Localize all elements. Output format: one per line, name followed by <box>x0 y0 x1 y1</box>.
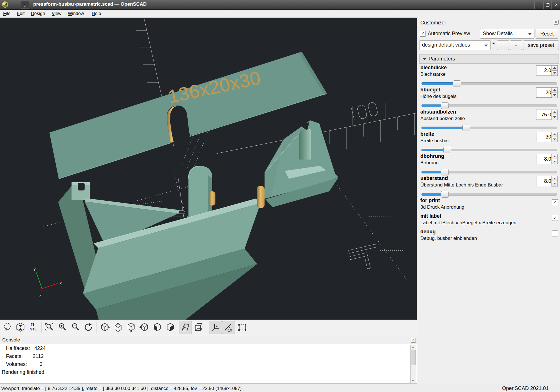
console-panel[interactable]: Halffacets: 4224 Facets: 2112 Volumes: 3… <box>0 344 417 384</box>
preview-button[interactable]: » <box>1 321 14 334</box>
zoom-out-button[interactable] <box>69 321 82 334</box>
blechdicke-input[interactable]: 2.0 <box>536 65 553 76</box>
dbohrung-input[interactable]: 8.0 <box>536 154 553 164</box>
menu-bar: File Edit Design View Window Help <box>0 10 560 18</box>
close-button[interactable]: ✕ <box>552 1 560 9</box>
parameters-group-header[interactable]: Parameters <box>419 54 559 64</box>
reset-view-button[interactable] <box>82 321 95 334</box>
dbohrung-slider[interactable] <box>421 169 557 175</box>
view-all-button[interactable] <box>236 321 249 334</box>
show-crosshairs-button[interactable] <box>209 321 222 334</box>
axis-label-z: z <box>39 293 41 298</box>
collapse-triangle-icon <box>423 58 426 60</box>
ueberstand-input[interactable]: 8.0 <box>536 176 553 186</box>
view-front-button[interactable] <box>151 321 163 334</box>
window-title: pressform-busbar-parametric.scad — OpenS… <box>33 1 147 7</box>
for-print-checkbox[interactable]: ✓ <box>552 199 558 205</box>
slider-thumb[interactable] <box>453 80 461 87</box>
spin-down-icon[interactable] <box>551 181 558 186</box>
view-right-button[interactable] <box>99 321 111 334</box>
console-scrollbar[interactable]: ▲ ▼ <box>410 345 416 383</box>
spin-up-icon[interactable] <box>551 154 558 159</box>
hbuegel-slider[interactable] <box>421 103 557 108</box>
mit-label-checkbox[interactable]: ✓ <box>552 215 558 221</box>
customizer-title: Customizer <box>420 20 446 26</box>
spin-down-icon[interactable] <box>551 93 558 98</box>
param-row-abstandbolzen: abstandbolzen Abstand bolzen zelle 75.0 <box>419 109 559 131</box>
automatic-preview-checkbox[interactable]: ✓ <box>420 31 426 37</box>
blechdicke-slider[interactable] <box>421 81 557 86</box>
zoom-all-button[interactable] <box>43 321 56 334</box>
spin-down-icon[interactable] <box>551 159 558 164</box>
menu-view[interactable]: View <box>50 11 63 17</box>
customizer-close-icon[interactable]: ✕ <box>554 20 559 25</box>
hbuegel-input[interactable]: 20 <box>536 87 553 98</box>
breite-input[interactable]: 30 <box>536 132 553 142</box>
show-scale-markers-button[interactable]: »10 <box>222 321 235 334</box>
menu-design[interactable]: Design <box>29 11 47 17</box>
window-menu-button[interactable] <box>21 1 29 9</box>
slider-thumb[interactable] <box>443 147 451 153</box>
spin-down-icon[interactable] <box>551 115 558 120</box>
ueberstand-slider[interactable] <box>421 191 557 197</box>
console-header: Console ✕ <box>0 337 417 343</box>
add-preset-button[interactable]: + <box>497 40 509 50</box>
3d-viewport[interactable]: 136x20x30 <box>0 18 417 320</box>
details-combobox[interactable]: Show Details <box>480 29 534 39</box>
slider-thumb[interactable] <box>441 102 449 109</box>
spin-up-icon[interactable] <box>551 110 558 115</box>
reset-button[interactable]: Reset <box>536 29 558 39</box>
svg-text:»: » <box>5 326 8 332</box>
customizer-panel: Customizer ✕ ✓ Automatic Preview Show De… <box>418 18 560 385</box>
title-bar[interactable]: pressform-busbar-parametric.scad — OpenS… <box>0 0 560 10</box>
slider-thumb[interactable] <box>462 125 470 131</box>
view-bottom-button[interactable] <box>125 321 137 334</box>
menu-edit[interactable]: Edit <box>15 11 27 17</box>
export-stl-button[interactable]: STL <box>27 321 40 334</box>
param-row-for-print: for print 3d Druck Anordnung ✓ <box>419 198 559 212</box>
save-preset-button[interactable]: save preset <box>523 40 559 50</box>
console-line: Facets: 2112 <box>0 352 417 360</box>
maximize-button[interactable] <box>543 1 552 9</box>
scroll-down-icon[interactable]: ▼ <box>411 378 415 383</box>
abstandbolzen-slider[interactable] <box>421 125 557 131</box>
abstandbolzen-input[interactable]: 75.0 <box>536 110 553 120</box>
spin-up-icon[interactable] <box>551 65 558 71</box>
preset-combobox[interactable]: design default values <box>419 40 491 50</box>
spin-up-icon[interactable] <box>551 87 558 93</box>
minimize-button[interactable]: – <box>534 1 543 9</box>
menu-help[interactable]: Help <box>90 11 103 17</box>
spin-up-icon[interactable] <box>551 132 558 137</box>
breite-slider[interactable] <box>421 147 557 153</box>
menu-file[interactable]: File <box>1 11 12 17</box>
view-top-button[interactable] <box>112 321 124 334</box>
debug-checkbox[interactable] <box>552 230 558 236</box>
panel-splitter[interactable]: ∙∙∙∙ <box>417 196 418 207</box>
spin-up-icon[interactable] <box>551 176 558 181</box>
spin-down-icon[interactable] <box>551 70 558 76</box>
console-title: Console <box>2 337 20 343</box>
zoom-in-button[interactable] <box>56 321 69 334</box>
param-row-debug: debug Debug, busbar einblenden <box>419 229 559 244</box>
status-bar: Viewport: translate = [ 8.76 3.22 14.35 … <box>0 385 560 392</box>
slider-thumb[interactable] <box>441 169 449 175</box>
param-row-hbuegel: hbuegel Höhe des bügels 20 <box>419 87 559 109</box>
preset-modified-marker: * <box>492 41 495 48</box>
param-row-breite: breite Breite busbar 30 <box>419 131 559 153</box>
console-close-icon[interactable]: ✕ <box>411 338 416 343</box>
spin-down-icon[interactable] <box>551 137 558 142</box>
param-row-dbohrung: dbohrung Bohrung 8.0 <box>419 153 559 175</box>
view-back-button[interactable] <box>164 321 177 334</box>
resize-grip[interactable]: ·∙∙∙∙∙∙ <box>555 387 559 391</box>
view-left-button[interactable] <box>138 321 150 334</box>
openscad-logo-icon <box>1 1 9 9</box>
slider-thumb[interactable] <box>441 191 449 198</box>
orthogonal-button[interactable] <box>192 321 205 334</box>
scroll-up-icon[interactable]: ▲ <box>411 345 415 349</box>
menu-window[interactable]: Window <box>66 11 86 17</box>
perspective-button[interactable] <box>179 321 192 334</box>
restore-icon <box>546 4 549 7</box>
render-button[interactable] <box>14 321 27 334</box>
remove-preset-button[interactable]: - <box>510 40 522 50</box>
scroll-thumb[interactable] <box>411 350 416 365</box>
